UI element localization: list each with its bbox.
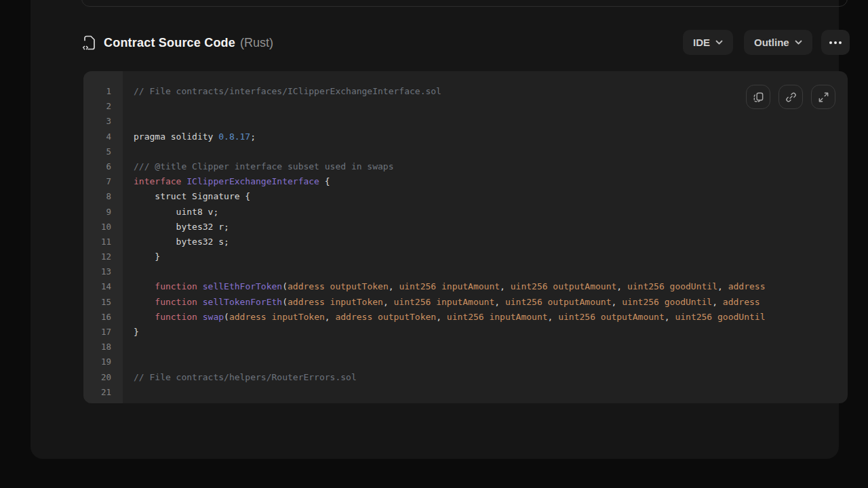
code-text: bytes32 r; <box>123 220 848 235</box>
source-code-file-icon <box>81 34 98 52</box>
info-column: Compiler versionv0.8.17+commit.8df45f5f <box>465 0 656 6</box>
line-number: 15 <box>83 295 123 310</box>
code-text <box>123 99 848 114</box>
line-number: 19 <box>83 354 123 369</box>
code-line: 1// File contracts/interfaces/IClipperEx… <box>83 84 848 99</box>
line-number: 17 <box>83 325 123 340</box>
contract-summary-panel: Contract nameAggregationRouterV5Optimiza… <box>81 0 848 7</box>
code-line: 17} <box>83 325 848 340</box>
code-line: 6/// @title Clipper interface subset use… <box>83 159 848 174</box>
code-text: pragma solidity 0.8.17; <box>123 129 848 144</box>
code-text: interface IClipperExchangeInterface { <box>123 174 848 189</box>
code-line: 16 function swap(address inputToken, add… <box>83 310 848 325</box>
code-line: 10 bytes32 r; <box>83 220 848 235</box>
source-code-viewer[interactable]: 1// File contracts/interfaces/IClipperEx… <box>83 71 848 403</box>
code-line: 18 <box>83 340 848 354</box>
copy-code-button[interactable] <box>746 85 770 109</box>
code-line: 12 } <box>83 249 848 264</box>
code-line: 9 uint8 v; <box>83 205 848 220</box>
code-line: 19 <box>83 354 848 369</box>
code-text: struct Signature { <box>123 189 848 204</box>
code-line: 20// File contracts/helpers/RouterErrors… <box>83 370 848 385</box>
line-number: 1 <box>83 84 123 99</box>
code-line: 21 <box>83 385 848 400</box>
code-line: 7interface IClipperExchangeInterface { <box>83 174 848 189</box>
more-options-button[interactable] <box>821 30 850 55</box>
line-number: 21 <box>83 385 123 400</box>
chevron-down-icon <box>795 40 802 45</box>
line-number: 4 <box>83 129 123 144</box>
outline-dropdown-button[interactable]: Outline <box>744 30 812 55</box>
permalink-button[interactable] <box>778 85 803 109</box>
code-text <box>123 144 848 159</box>
code-action-toolbar <box>746 85 835 109</box>
code-text: uint8 v; <box>123 205 848 220</box>
line-number: 13 <box>83 264 123 279</box>
code-line: 3 <box>83 114 848 129</box>
code-text <box>123 385 848 400</box>
code-line: 2 <box>83 99 848 114</box>
code-text: function swap(address inputToken, addres… <box>123 310 848 325</box>
line-number: 3 <box>83 114 123 129</box>
source-code-language: (Rust) <box>240 36 273 50</box>
code-text <box>123 340 848 354</box>
code-line: 14 function sellEthForToken(address outp… <box>83 279 848 294</box>
code-text: } <box>123 249 848 264</box>
code-text: // File contracts/interfaces/IClipperExc… <box>123 84 848 99</box>
line-number: 12 <box>83 249 123 264</box>
line-number: 8 <box>83 189 123 204</box>
line-number: 16 <box>83 310 123 325</box>
code-line: 8 struct Signature { <box>83 189 848 204</box>
code-line: 13 <box>83 264 848 279</box>
source-code-header: Contract Source Code (Rust) <box>81 33 273 53</box>
code-line: 4pragma solidity 0.8.17; <box>83 129 848 144</box>
code-text: function sellTokenForEth(address inputTo… <box>123 295 848 310</box>
code-text: // File contracts/helpers/RouterErrors.s… <box>123 370 848 385</box>
code-lines: 1// File contracts/interfaces/IClipperEx… <box>83 84 848 400</box>
code-line: 15 function sellTokenForEth(address inpu… <box>83 295 848 310</box>
ide-dropdown-button[interactable]: IDE <box>683 30 733 55</box>
line-number: 14 <box>83 279 123 294</box>
code-text: /// @title Clipper interface subset used… <box>123 159 848 174</box>
code-text <box>123 264 848 279</box>
outline-button-label: Outline <box>754 37 789 48</box>
fullscreen-button[interactable] <box>811 85 835 109</box>
code-text: bytes32 s; <box>123 235 848 249</box>
info-column: Optimization enabledYes with 1000 runs <box>273 0 465 6</box>
code-text <box>123 114 848 129</box>
contract-details-card: Contract nameAggregationRouterV5Optimiza… <box>31 0 839 459</box>
source-code-title: Contract Source Code <box>104 36 235 50</box>
chevron-down-icon <box>715 40 723 45</box>
line-number: 6 <box>83 159 123 174</box>
code-line: 11 bytes32 s; <box>83 235 848 249</box>
ide-button-label: IDE <box>693 37 710 48</box>
code-text <box>123 354 848 369</box>
line-number: 7 <box>83 174 123 189</box>
copy-icon <box>752 91 765 104</box>
code-text: function sellEthForToken(address outputT… <box>123 279 848 294</box>
info-column: Contract nameAggregationRouterV5 <box>82 0 273 6</box>
line-number: 10 <box>83 220 123 235</box>
line-number: 9 <box>83 205 123 220</box>
link-icon <box>785 91 797 104</box>
line-number: 2 <box>83 99 123 114</box>
code-text: } <box>123 325 848 340</box>
code-line: 5 <box>83 144 848 159</box>
expand-icon <box>817 91 830 104</box>
ellipsis-icon <box>829 41 842 44</box>
line-number: 18 <box>83 340 123 354</box>
line-number: 11 <box>83 235 123 249</box>
line-number: 5 <box>83 144 123 159</box>
info-column: Other settingsdefault evmVersion, MIT li… <box>656 0 847 6</box>
line-number: 20 <box>83 370 123 385</box>
